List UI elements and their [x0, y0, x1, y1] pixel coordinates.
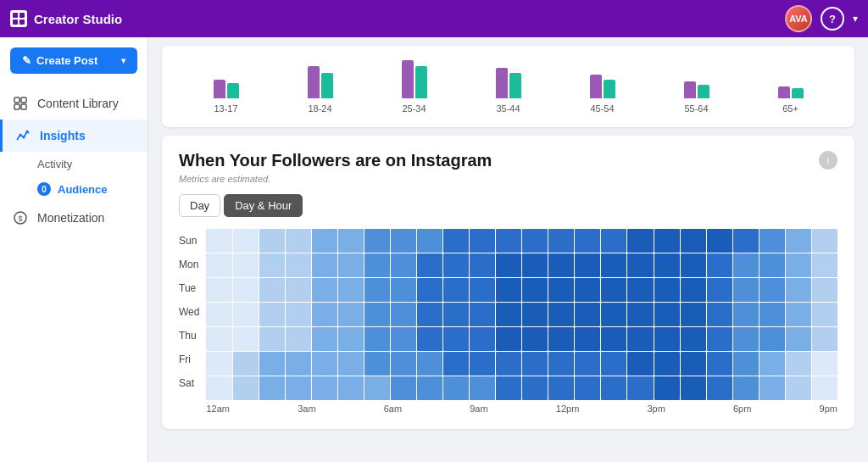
age-bar-purple: [214, 80, 225, 98]
heat-cell: [812, 303, 837, 326]
tab-day[interactable]: Day: [179, 194, 220, 217]
heat-cell: [206, 253, 231, 277]
heat-cell: [417, 376, 442, 400]
age-bar-teal: [321, 73, 333, 98]
sidebar-sub-activity[interactable]: Activity: [0, 152, 147, 176]
heat-cell: [496, 376, 521, 400]
avatar-text: AVA: [789, 14, 808, 24]
age-label: 35-44: [483, 103, 534, 114]
heat-cell: [681, 303, 706, 326]
heat-cell: [233, 376, 259, 400]
svg-rect-6: [14, 104, 19, 109]
sidebar-item-monetization[interactable]: $ Monetization: [0, 202, 147, 234]
heat-cell: [417, 352, 442, 376]
heat-cell: [760, 303, 785, 326]
create-post-label: Create Post: [36, 54, 97, 67]
heat-cell: [259, 253, 285, 277]
hour-label: 9pm: [820, 404, 837, 414]
hour-label: 12am: [206, 404, 230, 414]
svg-point-9: [23, 136, 25, 139]
monetization-label: Monetization: [37, 211, 104, 225]
heat-cell: [312, 352, 337, 376]
heat-cell: [312, 303, 337, 326]
heat-cell: [443, 376, 469, 400]
insights-icon: [14, 127, 31, 144]
day-label: Wed: [179, 300, 199, 324]
age-bar-purple: [590, 75, 602, 98]
age-label: 55-64: [671, 103, 722, 114]
age-label: 45-54: [577, 103, 628, 114]
heat-cell: [286, 376, 311, 400]
heat-cell: [364, 253, 390, 277]
heat-cell: [654, 352, 680, 376]
heat-cell: [522, 327, 548, 351]
day-label: Sat: [179, 371, 199, 395]
avatar[interactable]: AVA: [785, 5, 812, 32]
heat-cell: [206, 352, 231, 376]
sidebar-item-insights[interactable]: Insights: [0, 120, 147, 152]
hour-label: 12pm: [556, 404, 580, 414]
heat-cell: [259, 376, 285, 400]
heat-cell: [259, 229, 285, 253]
tab-day-hour[interactable]: Day & Hour: [224, 194, 303, 217]
heat-cell: [601, 327, 626, 351]
content-library-label: Content Library: [37, 97, 119, 110]
heatmap-grid: [206, 229, 837, 400]
heat-cell: [548, 303, 574, 326]
heat-cell: [760, 253, 785, 277]
age-bar-teal: [698, 85, 709, 98]
heat-cell: [786, 327, 811, 351]
heat-cell: [627, 327, 653, 351]
main-layout: ✎ Create Post ▾ Content Library: [0, 37, 868, 462]
heat-cell: [601, 253, 626, 277]
topbar-left: Creator Studio: [10, 10, 122, 27]
heat-cell: [627, 278, 653, 302]
heat-cell: [286, 253, 311, 277]
heat-cell: [733, 229, 759, 253]
age-bar-group: [308, 66, 333, 98]
age-bars: [179, 56, 837, 98]
heat-cell: [522, 352, 548, 376]
sidebar-item-content-library[interactable]: Content Library: [0, 87, 147, 120]
heat-cell: [391, 376, 416, 400]
heat-cell: [338, 303, 364, 326]
heat-cell: [312, 327, 337, 351]
heat-cell: [364, 352, 390, 376]
heat-cell: [496, 253, 521, 277]
heat-cell: [733, 376, 759, 400]
heat-cell: [496, 303, 521, 326]
heat-cell: [522, 278, 548, 302]
heat-cell: [233, 303, 259, 326]
heat-cell: [627, 376, 653, 400]
heat-cell: [786, 303, 811, 326]
heat-cell: [548, 376, 574, 400]
heat-cell: [733, 303, 759, 326]
heat-cell: [206, 376, 231, 400]
heat-cell: [470, 376, 495, 400]
heat-cell: [206, 303, 231, 326]
heat-cell: [812, 376, 837, 400]
heat-cell: [286, 327, 311, 351]
heat-cell: [760, 327, 785, 351]
info-icon-button[interactable]: i: [819, 151, 837, 170]
topbar: Creator Studio AVA ? ▾: [0, 0, 868, 37]
activity-label: Activity: [37, 158, 72, 170]
help-button[interactable]: ?: [821, 7, 844, 31]
age-label: 25-34: [389, 103, 440, 114]
heat-cell: [654, 376, 680, 400]
heat-cell: [786, 278, 811, 302]
sidebar-sub-audience[interactable]: 0 Audience: [0, 176, 147, 202]
create-post-button[interactable]: ✎ Create Post ▾: [10, 47, 137, 74]
heat-cell: [707, 327, 732, 351]
heat-cell: [391, 229, 416, 253]
heat-cell: [233, 253, 259, 277]
heat-cell: [786, 229, 811, 253]
hour-label: 6pm: [733, 404, 751, 414]
heat-cell: [575, 278, 600, 302]
day-label: Tue: [179, 276, 199, 300]
heat-cell: [707, 303, 732, 326]
heat-cell: [496, 352, 521, 376]
age-labels: 13-1718-2425-3435-4445-5455-6465+: [179, 103, 837, 114]
topbar-chevron-icon[interactable]: ▾: [853, 13, 858, 25]
heat-cell: [522, 253, 548, 277]
